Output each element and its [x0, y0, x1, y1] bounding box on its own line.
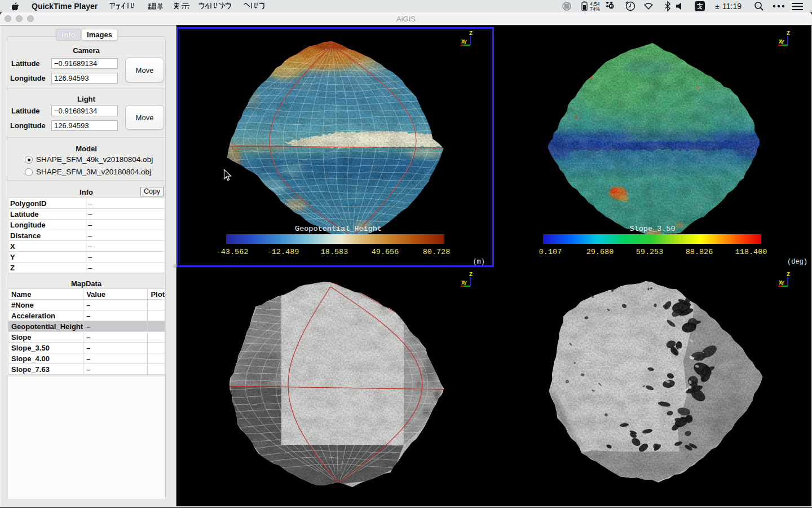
svg-text:Z: Z	[787, 30, 790, 37]
svg-text:Slope_3.50: Slope_3.50	[629, 225, 675, 233]
svg-text:(m): (m)	[473, 258, 485, 266]
svg-text:49.656: 49.656	[372, 248, 399, 256]
svg-text:(deg): (deg)	[787, 258, 807, 266]
svg-text:Z: Z	[469, 271, 473, 278]
svg-text:59.253: 59.253	[636, 248, 664, 256]
svg-text:Z: Z	[469, 30, 473, 37]
svg-text:Z: Z	[787, 271, 790, 278]
svg-text:Geopotential_Height: Geopotential_Height	[295, 225, 382, 233]
svg-text:11:19: 11:19	[722, 2, 742, 11]
svg-text:-12.489: -12.489	[267, 248, 299, 256]
svg-text:88.826: 88.826	[686, 248, 713, 256]
svg-text:74%: 74%	[590, 6, 600, 12]
svg-text:118.400: 118.400	[735, 248, 767, 256]
svg-text:80.728: 80.728	[423, 248, 451, 256]
svg-text:29.680: 29.680	[586, 248, 614, 256]
svg-text:18.583: 18.583	[321, 248, 348, 256]
svg-text:±: ±	[715, 3, 720, 11]
svg-text:-43.562: -43.562	[217, 248, 249, 256]
svg-text:0.107: 0.107	[539, 248, 562, 256]
